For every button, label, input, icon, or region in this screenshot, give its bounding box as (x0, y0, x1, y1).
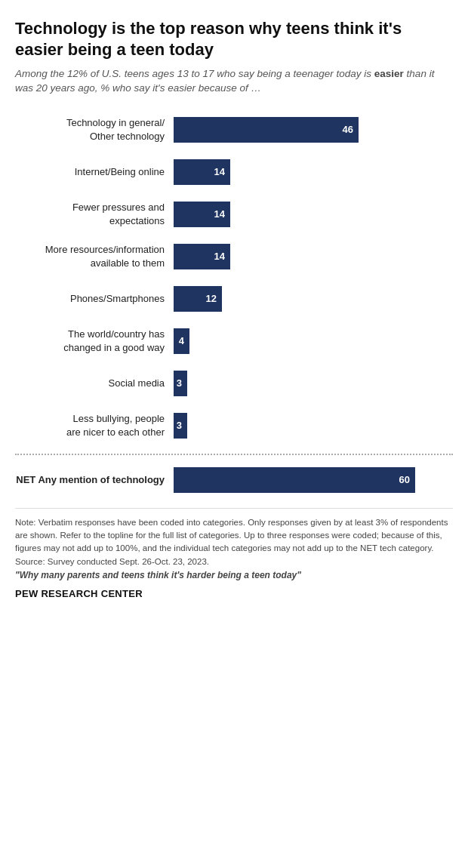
net-label: NET Any mention of technology (15, 474, 174, 485)
note-text: Note: Verbatim responses have been coded… (15, 518, 448, 566)
bar: 14 (174, 159, 230, 185)
note-section: Note: Verbatim responses have been coded… (15, 508, 453, 582)
bar: 3 (174, 371, 187, 396)
bar-container: 14 (174, 202, 453, 227)
chart-row: The world/country haschanged in a good w… (15, 324, 453, 359)
chart-row: Fewer pressures andexpectations14 (15, 197, 453, 232)
bar-value: 46 (343, 124, 353, 135)
bar-value: 3 (177, 377, 182, 389)
bar: 14 (174, 244, 230, 269)
row-label: Internet/Being online (15, 165, 174, 179)
chart-subtitle: Among the 12% of U.S. teens ages 13 to 1… (15, 67, 453, 96)
bar-container: 3 (174, 413, 453, 439)
row-label: Less bullying, peopleare nicer to each o… (15, 412, 174, 439)
bar-container: 14 (174, 159, 453, 185)
chart-row: Internet/Being online14 (15, 155, 453, 189)
chart-row: More resources/informationavailable to t… (15, 239, 453, 274)
chart-divider (15, 454, 453, 455)
chart-area: Technology in general/Other technology46… (15, 112, 453, 497)
bar-value: 14 (214, 208, 225, 220)
bar: 4 (174, 328, 189, 354)
bar: 12 (174, 286, 222, 312)
subtitle-text: Among the 12% of U.S. teens ages 13 to 1… (15, 68, 374, 79)
bar-container: 12 (174, 286, 453, 312)
chart-row: Phones/Smartphones12 (15, 282, 453, 316)
bar: 46 (174, 117, 359, 143)
subtitle-bold: easier (374, 68, 404, 79)
bar-container: 46 (174, 117, 453, 143)
net-bar: 60 (174, 467, 415, 493)
bar-container: 4 (174, 328, 453, 354)
organization-label: PEW RESEARCH CENTER (15, 588, 453, 599)
row-label: Phones/Smartphones (15, 292, 174, 306)
chart-row: Social media3 (15, 366, 453, 401)
row-label: More resources/informationavailable to t… (15, 243, 174, 269)
page-container: Technology is the top reason why teens t… (15, 18, 453, 599)
row-label: Fewer pressures andexpectations (15, 201, 174, 227)
bar-value: 4 (179, 335, 184, 346)
row-label: The world/country haschanged in a good w… (15, 328, 174, 354)
chart-title: Technology is the top reason why teens t… (15, 18, 453, 60)
bar: 14 (174, 202, 230, 227)
net-bar-value: 60 (399, 474, 410, 485)
bar-container: 14 (174, 244, 453, 269)
bar-container: 3 (174, 371, 453, 396)
bar-value: 14 (214, 166, 225, 177)
net-row: NET Any mention of technology60 (15, 463, 453, 497)
bar-value: 12 (206, 293, 217, 304)
row-label: Technology in general/Other technology (15, 116, 174, 143)
bar: 3 (174, 413, 187, 439)
bar-value: 3 (177, 420, 182, 431)
chart-row: Less bullying, peopleare nicer to each o… (15, 408, 453, 443)
source-title: "Why many parents and teens think it's h… (15, 570, 301, 580)
chart-row: Technology in general/Other technology46 (15, 112, 453, 147)
net-bar-container: 60 (174, 467, 453, 493)
row-label: Social media (15, 377, 174, 390)
bar-value: 14 (214, 251, 225, 262)
